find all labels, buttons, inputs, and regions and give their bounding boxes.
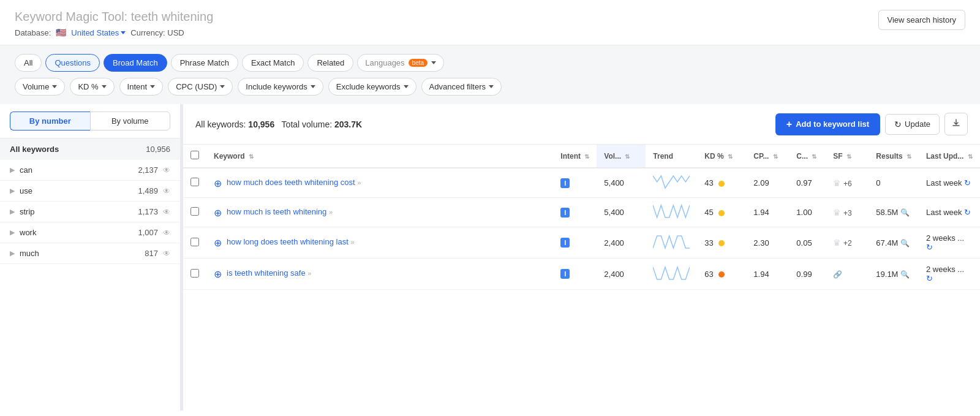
add-keyword-circle-0[interactable]: ⊕ [214,178,222,189]
view-history-button[interactable]: View search history [878,10,965,30]
trend-sparkline [653,175,690,189]
keyword-link-2[interactable]: how long does teeth whitening last [227,237,349,246]
table-row: ⊕ how much does teeth whitening cost » I… [183,168,980,198]
kd-dot-2 [718,240,725,246]
row-checkbox-2[interactable] [190,238,199,246]
intent-filter-label: Intent [127,82,148,91]
row-checkbox-1[interactable] [190,207,199,216]
refresh-icon-2[interactable]: ↻ [926,243,933,252]
row-checkbox-0[interactable] [190,178,199,186]
sidebar-item-count: 2,137 [138,165,158,175]
keyword-link-1[interactable]: how much is teeth whitening [227,207,326,216]
intent-badge-1: I [560,208,570,217]
languages-chevron-icon [431,61,436,64]
lastupdated-cell-3: 2 weeks ... ↻ [919,259,980,290]
sidebar-item-strip[interactable]: ▶ strip 1,173 👁 [0,202,180,222]
add-keyword-circle-1[interactable]: ⊕ [214,207,222,219]
advanced-filters-filter[interactable]: Advanced filters [421,78,502,96]
arrow-right-icon: » [307,270,311,277]
include-keywords-filter[interactable]: Include keywords [238,78,323,96]
eye-icon[interactable]: 👁 [163,249,170,258]
sort-icon: ⇅ [812,153,816,160]
add-to-keyword-list-button[interactable]: + Add to keyword list [775,113,880,135]
c-cell-3: 0.99 [789,259,826,290]
sidebar-item-can[interactable]: ▶ can 2,137 👁 [0,160,180,181]
languages-dropdown[interactable]: Languages beta [357,54,444,72]
intent-filter[interactable]: Intent [119,78,164,96]
cpc-filter[interactable]: CPC (USD) [168,78,233,96]
c-cell-2: 0.05 [789,227,826,259]
col-header-intent[interactable]: Intent ⇅ [553,145,597,168]
col-header-kd[interactable]: KD % ⇅ [697,145,746,168]
kd-filter-label: KD % [78,82,98,91]
magnifier-icon: 🔍 [900,270,910,279]
keyword-link-3[interactable]: is teeth whitening safe [227,268,306,278]
flag-icon: 🇺🇸 [56,28,66,37]
tab-exact-match[interactable]: Exact Match [242,54,304,72]
sidebar-item-label: strip [20,207,138,216]
volume-cell-2: 2,400 [597,227,646,259]
update-button[interactable]: ↻ Update [885,114,940,135]
kd-filter[interactable]: KD % [70,78,114,96]
row-checkbox-3[interactable] [190,269,199,278]
table-row: ⊕ how long does teeth whitening last » I… [183,227,980,259]
col-header-trend[interactable]: Trend [646,145,697,168]
add-keyword-circle-2[interactable]: ⊕ [214,237,222,249]
col-header-sf[interactable]: SF ⇅ [826,145,869,168]
cpc-filter-label: CPC (USD) [176,82,217,91]
include-chevron-icon [311,85,315,88]
col-header-volume[interactable]: Vol... ⇅ [597,145,646,168]
expand-icon: ▶ [10,187,15,195]
col-header-c[interactable]: C... ⇅ [789,145,826,168]
table-row: ⊕ how much is teeth whitening » I 5,400 … [183,198,980,227]
refresh-icon-3[interactable]: ↻ [926,274,933,283]
export-button[interactable] [944,113,968,135]
tab-related[interactable]: Related [307,54,353,72]
exclude-keywords-label: Exclude keywords [336,82,401,91]
col-header-lastupdated[interactable]: Last Upd... ⇅ [919,145,980,168]
add-keyword-label: Add to keyword list [796,119,869,129]
add-keyword-circle-3[interactable]: ⊕ [214,268,222,280]
col-header-cp[interactable]: CP... ⇅ [746,145,789,168]
sidebar-item-work[interactable]: ▶ work 1,007 👁 [0,222,180,243]
eye-icon[interactable]: 👁 [163,166,170,175]
sf-cell-2: ♛ +2 [826,227,869,259]
kd-dot-0 [718,181,725,187]
eye-icon[interactable]: 👁 [163,229,170,237]
sort-icon: ⇅ [584,153,589,160]
crown-icon: ♛ [833,178,841,188]
keyword-link-0[interactable]: how much does teeth whitening cost [227,178,355,187]
tab-all[interactable]: All [15,54,42,72]
export-icon [951,118,961,128]
magnifier-icon: 🔍 [900,208,910,217]
sidebar-item-use[interactable]: ▶ use 1,489 👁 [0,181,180,202]
sidebar-item-much[interactable]: ▶ much 817 👁 [0,243,180,264]
by-number-toggle[interactable]: By number [10,112,90,130]
tab-phrase-match[interactable]: Phrase Match [171,54,238,72]
total-keywords: 10,956 [248,119,274,129]
sort-icon: ⇅ [907,153,911,160]
crown-icon: ♛ [833,238,841,248]
eye-icon[interactable]: 👁 [163,208,170,216]
tab-questions[interactable]: Questions [45,54,100,72]
refresh-icon-0[interactable]: ↻ [964,178,971,187]
volume-chevron-icon [52,85,57,88]
eye-icon[interactable]: 👁 [163,187,170,195]
advanced-filters-label: Advanced filters [429,82,486,91]
database-link[interactable]: United States [71,28,126,37]
exclude-keywords-filter[interactable]: Exclude keywords [328,78,417,96]
col-header-results[interactable]: Results ⇅ [869,145,919,168]
sf-cell-1: ♛ +3 [826,198,869,227]
tab-broad-match[interactable]: Broad Match [104,54,167,72]
sidebar-all-keywords-count: 10,956 [146,145,170,154]
arrow-right-icon: » [350,238,354,246]
summary-prefix: All keywords: [195,119,246,129]
col-header-keyword[interactable]: Keyword ⇅ [206,145,553,168]
by-volume-toggle[interactable]: By volume [90,112,171,130]
select-all-checkbox[interactable] [190,151,199,159]
cp-cell-1: 1.94 [746,198,789,227]
volume-filter[interactable]: Volume [15,78,65,96]
refresh-icon-1[interactable]: ↻ [964,208,971,217]
languages-label: Languages [365,58,404,67]
beta-badge: beta [409,59,428,67]
